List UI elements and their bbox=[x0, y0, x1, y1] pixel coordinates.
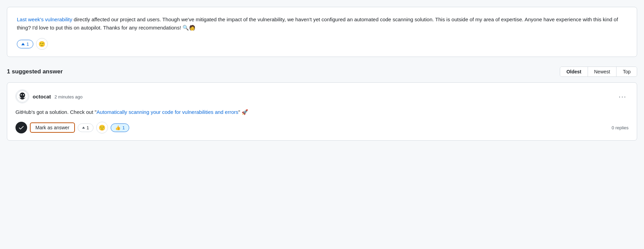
thumbsup-emoji: 👍 bbox=[115, 125, 121, 130]
sort-top-button[interactable]: Top bbox=[617, 67, 637, 76]
sort-oldest-button[interactable]: Oldest bbox=[560, 67, 588, 76]
section-header: 1 suggested answer Oldest Newest Top bbox=[7, 67, 637, 77]
vulnerability-link[interactable]: Last week's vulnerability bbox=[17, 16, 72, 22]
answer-emoji-button[interactable]: 🙂 bbox=[96, 122, 108, 133]
svg-point-3 bbox=[23, 94, 24, 95]
check-answer-button[interactable] bbox=[15, 122, 27, 133]
answer-upvote-arrow-icon bbox=[82, 127, 85, 129]
author-time: 2 minutes ago bbox=[55, 94, 83, 99]
sort-buttons: Oldest Newest Top bbox=[560, 67, 637, 77]
answer-header: octocat 2 minutes ago ··· bbox=[15, 90, 629, 103]
upvote-arrow-icon bbox=[21, 43, 25, 45]
answer-footer: Mark as answer 1 🙂 👍 1 0 replies bbox=[15, 122, 629, 133]
answer-thumbsup-button[interactable]: 👍 1 bbox=[111, 123, 129, 132]
checkmark-icon bbox=[18, 125, 24, 131]
octocat-icon bbox=[16, 90, 29, 103]
replies-count: 0 replies bbox=[612, 125, 629, 130]
answer-link[interactable]: Automatically scanning your code for vul… bbox=[97, 109, 238, 115]
avatar bbox=[15, 90, 29, 103]
post-upvote-button[interactable]: 1 bbox=[17, 40, 33, 48]
post-body: Last week's vulnerability directly affec… bbox=[17, 15, 627, 32]
post-upvote-count: 1 bbox=[26, 42, 29, 47]
svg-point-2 bbox=[21, 94, 22, 95]
answer-emoji-icon: 🙂 bbox=[99, 125, 106, 131]
author-info: octocat 2 minutes ago bbox=[33, 94, 82, 99]
svg-point-1 bbox=[20, 93, 25, 98]
page-container: Last week's vulnerability directly affec… bbox=[7, 7, 637, 141]
post-emoji-button[interactable]: 🙂 bbox=[36, 38, 48, 50]
post-actions: 1 🙂 bbox=[17, 38, 627, 50]
answer-body: GitHub's got a solution. Check out "Auto… bbox=[15, 108, 629, 116]
answer-author: octocat 2 minutes ago bbox=[15, 90, 82, 103]
answer-footer-left: Mark as answer 1 🙂 👍 1 bbox=[15, 122, 129, 133]
author-name: octocat bbox=[33, 94, 51, 99]
answer-card: octocat 2 minutes ago ··· GitHub's got a… bbox=[7, 82, 637, 141]
answer-upvote-button[interactable]: 1 bbox=[78, 123, 93, 132]
answer-upvote-count: 1 bbox=[87, 125, 89, 130]
emoji-icon: 🙂 bbox=[38, 41, 45, 47]
more-options-button[interactable]: ··· bbox=[617, 92, 629, 100]
mark-as-answer-button[interactable]: Mark as answer bbox=[30, 122, 75, 133]
sort-newest-button[interactable]: Newest bbox=[588, 67, 617, 76]
section-title: 1 suggested answer bbox=[7, 68, 63, 75]
post-card: Last week's vulnerability directly affec… bbox=[7, 7, 637, 57]
thumbsup-count: 1 bbox=[122, 125, 125, 130]
